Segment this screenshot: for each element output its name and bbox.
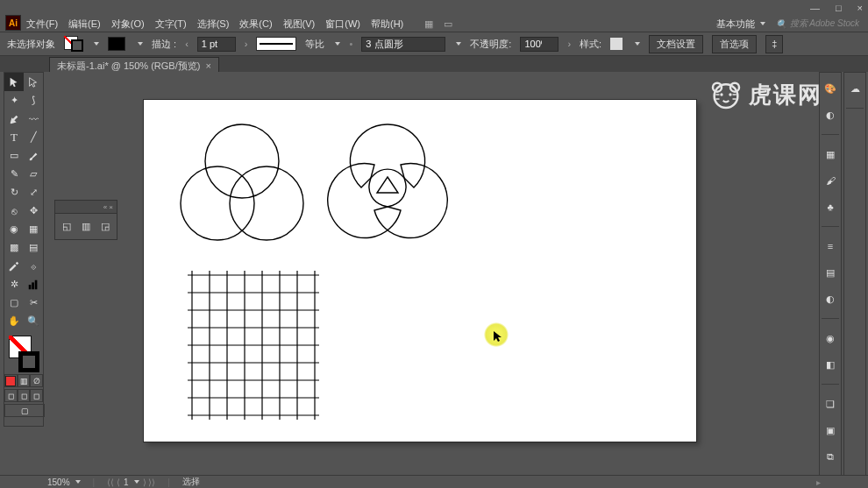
window-close[interactable]: × [857, 3, 863, 13]
hand-tool[interactable]: ✋ [4, 312, 24, 330]
opacity-input[interactable] [520, 37, 559, 52]
type-tool[interactable]: T [4, 128, 24, 146]
graphic-styles-panel-icon[interactable]: ◧ [823, 357, 837, 371]
stroke-weight-increment[interactable]: › [245, 39, 248, 49]
line-tool[interactable]: ╱ [24, 128, 43, 146]
draw-normal-button[interactable]: ◻ [4, 389, 18, 402]
eraser-tool[interactable]: ▱ [24, 165, 43, 183]
shape-builder-tool[interactable]: ◉ [4, 220, 24, 238]
appearance-panel-icon[interactable]: ◉ [823, 331, 837, 345]
arrange-docs-icon[interactable]: ▭ [444, 18, 452, 30]
workspace-switcher[interactable]: 基本功能 [716, 18, 765, 31]
menu-effect[interactable]: 效果(C) [239, 18, 272, 31]
color-guide-icon[interactable]: ◐ [823, 108, 837, 122]
width-tool[interactable]: ⎋ [4, 202, 24, 220]
chevron-down-icon[interactable] [335, 42, 340, 46]
fill-stroke-control[interactable] [4, 334, 43, 372]
menu-edit[interactable]: 编辑(E) [68, 18, 101, 31]
window-minimize[interactable]: — [810, 3, 820, 13]
layers-panel-icon[interactable]: ❏ [823, 397, 837, 411]
canvas-area[interactable] [46, 72, 817, 476]
transform-icon[interactable]: ◲ [99, 219, 111, 233]
gradient-panel-icon[interactable]: ▤ [823, 265, 837, 279]
lasso-tool[interactable]: ⟆ [24, 91, 43, 110]
stroke-panel-icon[interactable]: ≡ [823, 239, 837, 253]
direct-selection-tool[interactable] [24, 73, 43, 91]
opacity-slider-toggle[interactable]: › [567, 39, 571, 49]
search-stock[interactable]: 🔍 搜索 Adobe Stock [776, 18, 859, 30]
preferences-button[interactable]: 首选项 [712, 35, 757, 53]
menu-type[interactable]: 文字(T) [155, 18, 187, 31]
none-mode-button[interactable]: ∅ [30, 374, 43, 387]
draw-inside-button[interactable]: ◻ [30, 389, 43, 402]
symbols-panel-icon[interactable]: ♣ [823, 200, 837, 214]
color-mode-button[interactable] [4, 374, 18, 387]
perspective-grid-tool[interactable]: ▦ [24, 220, 43, 238]
artboard-nav[interactable]: ⟨⟨ ⟨ 1 ⟩ ⟩⟩ [107, 477, 155, 487]
pathfinder-icon[interactable]: ◱ [60, 219, 73, 233]
menu-file[interactable]: 文件(F) [26, 18, 58, 31]
brush-definition-input[interactable] [361, 37, 445, 52]
curvature-tool[interactable]: 〰 [24, 110, 43, 128]
magic-wand-tool[interactable]: ✦ [4, 91, 24, 110]
stroke-weight-decrement[interactable]: ‹ [185, 39, 189, 49]
bridge-icon[interactable]: ▦ [424, 18, 433, 30]
stroke-color[interactable] [18, 351, 39, 372]
watermark-text: 虎课网 [749, 80, 822, 110]
close-icon[interactable]: × [205, 60, 210, 71]
artboard-tool[interactable]: ▢ [4, 294, 24, 312]
color-panel-icon[interactable]: 🎨 [823, 81, 837, 95]
gradient-mode-button[interactable]: ▥ [18, 374, 31, 387]
menu-object[interactable]: 对象(O) [111, 18, 145, 31]
symbol-sprayer-tool[interactable]: ✲ [4, 275, 24, 294]
selection-tool[interactable] [4, 73, 24, 91]
menubar: Ai 文件(F) 编辑(E) 对象(O) 文字(T) 选择(S) 效果(C) 视… [0, 16, 868, 32]
column-graph-tool[interactable] [24, 275, 43, 294]
zoom-tool[interactable]: 🔍 [24, 312, 43, 330]
stroke-color-swatch[interactable] [108, 37, 125, 51]
chevron-down-icon[interactable] [94, 42, 99, 46]
screen-mode-button[interactable]: ▢ [4, 404, 45, 417]
window-maximize[interactable]: □ [836, 3, 842, 13]
artboards-panel-icon[interactable]: ⧉ [823, 449, 837, 463]
libraries-icon[interactable]: ☁ [848, 81, 862, 95]
menu-help[interactable]: 帮助(H) [371, 18, 403, 31]
brushes-panel-icon[interactable]: 🖌 [823, 173, 837, 187]
fill-stroke-mini[interactable] [64, 36, 83, 52]
slice-tool[interactable]: ✂ [24, 294, 43, 312]
menu-view[interactable]: 视图(V) [283, 18, 316, 31]
panel-header[interactable]: « × [55, 201, 117, 214]
transform-panel-button[interactable]: ‡ [765, 35, 783, 53]
rotate-tool[interactable]: ↻ [4, 183, 24, 202]
scroll-right-icon[interactable]: ▸ [816, 477, 821, 487]
align-icon[interactable]: ▥ [80, 219, 92, 233]
asset-export-panel-icon[interactable]: ▣ [823, 423, 837, 437]
stroke-profile-preview[interactable] [256, 37, 296, 51]
draw-behind-button[interactable]: ◻ [18, 389, 31, 402]
pen-tool[interactable] [4, 110, 24, 128]
app-logo: Ai [5, 15, 21, 31]
shaper-tool[interactable]: ✎ [4, 165, 24, 183]
gradient-tool[interactable]: ▤ [24, 238, 43, 257]
chevron-down-icon[interactable] [456, 42, 461, 46]
free-transform-tool[interactable]: ✥ [24, 202, 43, 220]
stroke-swatch[interactable] [71, 39, 83, 52]
graphic-style-swatch[interactable] [610, 38, 623, 50]
paintbrush-tool[interactable] [24, 146, 43, 165]
rectangle-tool[interactable]: ▭ [4, 146, 24, 165]
blend-tool[interactable]: ⟐ [24, 257, 43, 275]
transparency-panel-icon[interactable]: ◐ [823, 292, 837, 306]
document-setup-button[interactable]: 文档设置 [649, 35, 703, 53]
swatches-panel-icon[interactable]: ▦ [823, 147, 837, 161]
chevron-down-icon[interactable] [635, 42, 640, 46]
collapsed-panel[interactable]: « × ◱ ▥ ◲ [54, 200, 117, 240]
artboard[interactable] [144, 100, 696, 442]
menu-select[interactable]: 选择(S) [197, 18, 230, 31]
mesh-tool[interactable]: ▩ [4, 238, 24, 257]
zoom-level[interactable]: 150% [47, 477, 81, 487]
eyedropper-tool[interactable] [4, 257, 24, 275]
chevron-down-icon[interactable] [138, 42, 143, 46]
stroke-weight-input[interactable] [197, 37, 236, 52]
scale-tool[interactable]: ⤢ [24, 183, 43, 202]
menu-window[interactable]: 窗口(W) [325, 18, 360, 31]
